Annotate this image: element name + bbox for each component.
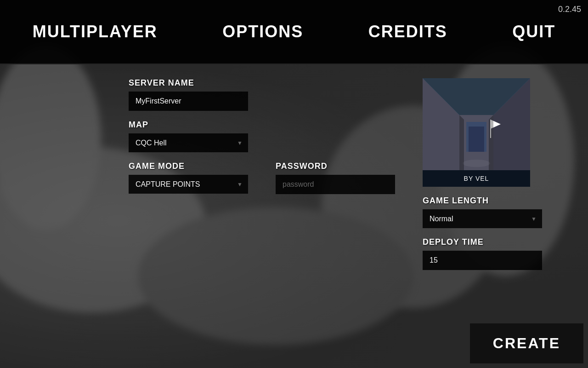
map-image	[423, 78, 530, 170]
main-content: SERVER NAME MAP CQC Hell Dust Arctic Urb…	[0, 64, 588, 284]
nav-options[interactable]: OPTIONS	[209, 17, 317, 46]
map-select-wrapper: CQC Hell Dust Arctic Urban	[129, 133, 248, 152]
left-panel: SERVER NAME MAP CQC Hell Dust Arctic Urb…	[129, 78, 395, 194]
bottom-fields: GAME MODE CAPTURE POINTS TEAM DEATHMATCH…	[129, 161, 395, 194]
game-length-select-wrapper: Short Normal Long	[423, 209, 542, 228]
map-preview: BY VEL	[423, 78, 530, 187]
server-name-group: SERVER NAME	[129, 78, 395, 111]
deploy-time-label: DEPLOY TIME	[423, 237, 542, 247]
password-label: PASSWORD	[276, 161, 395, 171]
create-button[interactable]: CREATE	[470, 323, 583, 363]
svg-point-22	[463, 160, 490, 167]
nav-multiplayer[interactable]: MULTIPLAYER	[19, 17, 171, 46]
map-select[interactable]: CQC Hell Dust Arctic Urban	[129, 133, 248, 152]
deploy-time-group: DEPLOY TIME	[423, 237, 542, 270]
game-mode-select[interactable]: CAPTURE POINTS TEAM DEATHMATCH FREE FOR …	[129, 175, 248, 194]
nav-credits[interactable]: CREDITS	[355, 17, 461, 46]
game-mode-group: GAME MODE CAPTURE POINTS TEAM DEATHMATCH…	[129, 161, 248, 194]
game-mode-select-wrapper: CAPTURE POINTS TEAM DEATHMATCH FREE FOR …	[129, 175, 248, 194]
game-length-label: GAME LENGTH	[423, 196, 542, 206]
svg-rect-17	[469, 126, 484, 152]
right-panel: BY VEL GAME LENGTH Short Normal Long DEP…	[423, 78, 542, 270]
game-length-group: GAME LENGTH Short Normal Long	[423, 196, 542, 228]
nav-quit[interactable]: QUIT	[498, 17, 569, 46]
game-length-select[interactable]: Short Normal Long	[423, 209, 542, 228]
version-label: 0.2.45	[558, 5, 581, 14]
svg-marker-20	[459, 115, 464, 170]
game-mode-label: GAME MODE	[129, 161, 248, 171]
map-label: MAP	[129, 120, 395, 130]
map-group: MAP CQC Hell Dust Arctic Urban	[129, 120, 395, 152]
password-group: PASSWORD	[276, 161, 395, 194]
password-input[interactable]	[276, 175, 395, 194]
svg-marker-21	[489, 115, 493, 170]
map-author: BY VEL	[423, 170, 530, 187]
server-name-input[interactable]	[129, 92, 248, 111]
navbar: MULTIPLAYER OPTIONS CREDITS QUIT	[0, 0, 588, 64]
server-name-label: SERVER NAME	[129, 78, 395, 88]
deploy-time-input[interactable]	[423, 251, 542, 270]
